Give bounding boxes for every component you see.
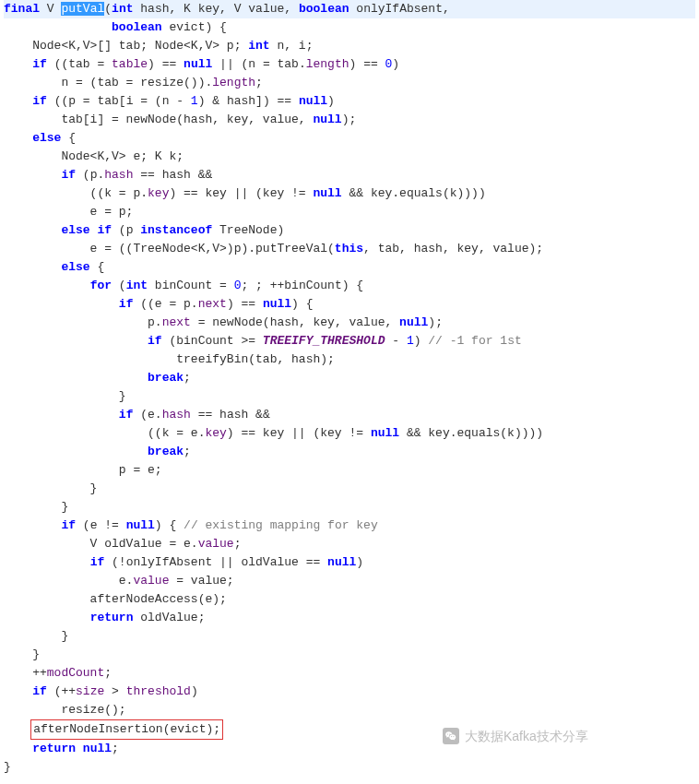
signature-line: final V putVal(int hash, K key, V value,… — [4, 0, 695, 18]
watermark-text: 大数据Kafka技术分享 — [465, 727, 588, 745]
highlighted-call: afterNodeInsertion(evict); — [30, 719, 223, 740]
code-block: final V putVal(int hash, K key, V value,… — [0, 0, 699, 784]
selected-method-name: putVal — [61, 2, 104, 16]
wechat-icon — [443, 728, 459, 744]
watermark: 大数据Kafka技术分享 — [443, 727, 588, 745]
